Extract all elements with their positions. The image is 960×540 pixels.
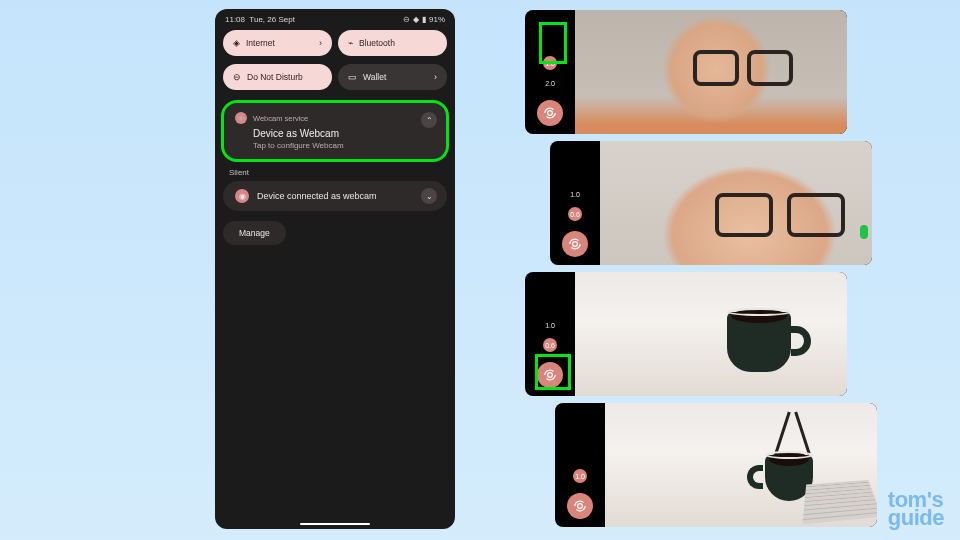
watermark: tom's guide	[888, 491, 944, 528]
camera-feed	[605, 403, 877, 527]
zoom-option[interactable]: 1.0	[543, 318, 557, 332]
zoom-option[interactable]: 0.6	[568, 207, 582, 221]
zoom-controls[interactable]: 1.0 0.6	[568, 187, 582, 221]
status-time: 11:08	[225, 15, 245, 24]
webcam-controls: 1.0 0.6	[550, 141, 600, 265]
notification-subtitle: Tap to configure Webcam	[253, 141, 435, 150]
webcam-preview-1: 1.0 2.0	[525, 10, 847, 134]
collapse-icon[interactable]: ⌃	[421, 112, 437, 128]
dnd-status-icon: ⊖	[403, 15, 410, 24]
notification-webcam-service[interactable]: ◉ Webcam service Device as Webcam Tap to…	[223, 102, 447, 160]
webcam-controls: 1.0	[555, 403, 605, 527]
watermark-line2: guide	[888, 509, 944, 528]
webcam-preview-2: 1.0 0.6	[550, 141, 872, 265]
device-icon: ◉	[235, 189, 249, 203]
wallet-icon: ▭	[348, 72, 357, 82]
notification-text: Device connected as webcam	[257, 191, 377, 201]
gesture-bar[interactable]	[300, 523, 370, 526]
webcam-preview-4: 1.0	[555, 403, 877, 527]
highlight-box	[539, 22, 567, 64]
qs-internet[interactable]: ◈ Internet ›	[223, 30, 332, 56]
camera-feed	[600, 141, 872, 265]
qs-dnd-label: Do Not Disturb	[247, 72, 303, 82]
wifi-icon: ◈	[233, 38, 240, 48]
zoom-option[interactable]: 1.0	[573, 469, 587, 483]
zoom-option[interactable]: 0.6	[543, 338, 557, 352]
qs-wallet-label: Wallet	[363, 72, 386, 82]
battery-percent: 91%	[429, 15, 445, 24]
bluetooth-icon: ⌁	[348, 38, 353, 48]
svg-point-1	[573, 242, 578, 247]
zoom-2x[interactable]: 2.0	[543, 76, 557, 90]
silent-section-label: Silent	[229, 168, 455, 177]
battery-icon: ▮	[422, 15, 426, 24]
switch-camera-button[interactable]	[562, 231, 588, 257]
manage-button[interactable]: Manage	[223, 221, 286, 245]
notification-app-name: Webcam service	[253, 114, 308, 123]
zoom-option[interactable]: 1.0	[568, 187, 582, 201]
chevron-right-icon: ›	[434, 72, 437, 82]
qs-dnd[interactable]: ⊖ Do Not Disturb	[223, 64, 332, 90]
notification-title: Device as Webcam	[253, 128, 435, 139]
camera-feed	[575, 10, 847, 134]
zoom-controls[interactable]: 1.0 0.6	[543, 318, 557, 352]
svg-point-0	[548, 111, 553, 116]
privacy-indicator-icon	[860, 225, 868, 239]
camera-feed	[575, 272, 847, 396]
expand-icon[interactable]: ⌄	[421, 188, 437, 204]
dnd-icon: ⊖	[233, 72, 241, 82]
qs-internet-label: Internet	[246, 38, 275, 48]
status-bar: 11:08 Tue, 26 Sept ⊖ ◆ ▮ 91%	[215, 9, 455, 26]
switch-camera-button[interactable]	[567, 493, 593, 519]
webcam-app-icon: ◉	[235, 112, 247, 124]
status-date: Tue, 26 Sept	[249, 15, 295, 24]
zoom-controls[interactable]: 1.0	[573, 469, 587, 483]
qs-wallet[interactable]: ▭ Wallet ›	[338, 64, 447, 90]
wifi-icon: ◆	[413, 15, 419, 24]
switch-camera-button[interactable]	[537, 100, 563, 126]
svg-point-3	[578, 504, 583, 509]
qs-bluetooth-label: Bluetooth	[359, 38, 395, 48]
qs-bluetooth[interactable]: ⌁ Bluetooth	[338, 30, 447, 56]
phone-notification-shade: 11:08 Tue, 26 Sept ⊖ ◆ ▮ 91% ◈ Internet …	[215, 9, 455, 529]
highlight-box	[535, 354, 571, 390]
webcam-preview-3: 1.0 0.6	[525, 272, 847, 396]
chevron-right-icon: ›	[319, 38, 322, 48]
notification-device-connected[interactable]: ◉ Device connected as webcam ⌄	[223, 181, 447, 211]
